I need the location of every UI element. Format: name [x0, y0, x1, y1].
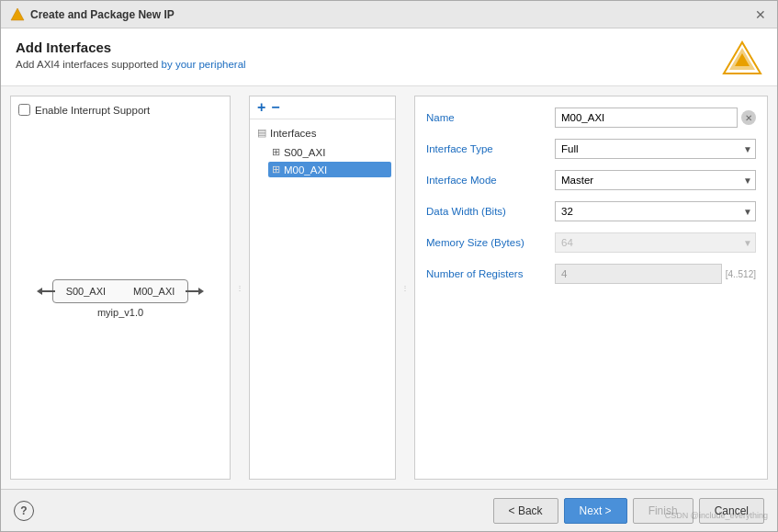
middle-toolbar: + −	[250, 96, 395, 119]
memory-size-value: 64 ▼	[555, 232, 756, 253]
right-line	[186, 290, 198, 292]
svg-marker-0	[11, 8, 24, 20]
ip-block: S00_AXI M00_AXI myip_v1.0	[52, 279, 189, 318]
port-m00-axi: M00_AXI	[133, 286, 175, 297]
description-link: by your peripheral	[162, 59, 246, 70]
title-bar: Create and Package New IP ✕	[1, 1, 777, 28]
diagram-area: S00_AXI M00_AXI myip_v1.0	[18, 125, 222, 471]
page-description: Add AXI4 interfaces supported by your pe…	[16, 59, 246, 70]
data-width-row: Data Width (Bits) 32 64 128 256 ▼	[426, 199, 756, 223]
enable-interrupt-label: Enable Interrupt Support	[35, 105, 150, 116]
tree-item-m00-axi[interactable]: ⊞ M00_AXI	[268, 162, 391, 177]
right-connector	[186, 288, 204, 295]
interface-type-row: Interface Type Full Lite ▼	[426, 137, 756, 161]
data-width-select[interactable]: 32 64 128 256	[555, 201, 756, 221]
interface-type-select-wrapper: Full Lite ▼	[555, 139, 756, 159]
left-panel: Enable Interrupt Support S00_AXI M00_AXI	[10, 96, 231, 480]
ip-block-inner: S00_AXI M00_AXI	[52, 279, 189, 303]
right-panel: Name ✕ Interface Type Full Lite	[414, 96, 768, 480]
interface-icon-1: ⊞	[272, 146, 280, 158]
vivado-logo-svg	[722, 40, 762, 75]
cancel-button[interactable]: Cancel	[699, 498, 764, 524]
folder-icon: ▤	[257, 127, 266, 139]
header-section: Add Interfaces Add AXI4 interfaces suppo…	[1, 28, 777, 86]
tree-folder-interfaces: ▤ Interfaces	[254, 125, 391, 141]
enable-interrupt-checkbox[interactable]	[18, 104, 30, 116]
footer-left: ?	[14, 501, 34, 521]
app-icon	[10, 7, 25, 22]
num-registers-range: [4..512]	[726, 269, 756, 279]
interface-type-value: Full Lite ▼	[555, 139, 756, 159]
close-button[interactable]: ✕	[753, 7, 768, 22]
data-width-value: 32 64 128 256 ▼	[555, 201, 756, 221]
dialog-title: Create and Package New IP	[30, 8, 175, 21]
tree-item-s00-axi[interactable]: ⊞ S00_AXI	[268, 144, 391, 160]
back-button[interactable]: < Back	[493, 498, 558, 524]
interface-mode-value: Master Slave ▼	[555, 170, 756, 190]
properties-grid: Name ✕ Interface Type Full Lite	[415, 96, 767, 295]
resize-handle-2[interactable]: ⋮	[401, 96, 409, 480]
finish-button[interactable]: Finish	[633, 498, 693, 524]
num-registers-row: Number of Registers [4..512]	[426, 262, 756, 286]
num-registers-value: [4..512]	[555, 264, 756, 284]
memory-size-select: 64	[555, 232, 756, 253]
title-bar-left: Create and Package New IP	[10, 7, 175, 22]
name-clear-button[interactable]: ✕	[741, 110, 756, 125]
tree-item-s00-axi-label: S00_AXI	[284, 147, 325, 158]
num-registers-label: Number of Registers	[426, 268, 555, 279]
name-value: ✕	[555, 108, 756, 128]
middle-panel: + − ▤ Interfaces ⊞ S00_AXI ⊞ M00_AXI	[249, 96, 396, 480]
footer: ? < Back Next > Finish Cancel	[1, 489, 777, 531]
interface-mode-select[interactable]: Master Slave	[555, 170, 756, 190]
help-label: ?	[20, 504, 27, 517]
interface-mode-select-wrapper: Master Slave ▼	[555, 170, 756, 190]
next-button[interactable]: Next >	[564, 498, 627, 524]
memory-size-select-wrapper: 64 ▼	[555, 232, 756, 253]
interfaces-folder-label: Interfaces	[270, 128, 317, 139]
interface-type-select[interactable]: Full Lite	[555, 139, 756, 159]
left-line	[42, 290, 55, 292]
port-s00-axi: S00_AXI	[66, 286, 106, 297]
interface-type-label: Interface Type	[426, 143, 555, 154]
tree-item-m00-axi-label: M00_AXI	[284, 164, 327, 175]
ip-name-label: myip_v1.0	[97, 307, 143, 318]
dialog: Create and Package New IP ✕ Add Interfac…	[0, 0, 778, 532]
name-input[interactable]	[555, 108, 738, 128]
resize-handle-1[interactable]: ⋮	[236, 96, 243, 480]
header-text: Add Interfaces Add AXI4 interfaces suppo…	[16, 40, 246, 70]
data-width-select-wrapper: 32 64 128 256 ▼	[555, 201, 756, 221]
description-prefix: Add AXI4 interfaces supported	[16, 59, 162, 70]
enable-interrupt-row: Enable Interrupt Support	[18, 104, 222, 116]
name-label: Name	[426, 112, 555, 123]
data-width-label: Data Width (Bits)	[426, 206, 555, 217]
help-button[interactable]: ?	[14, 501, 34, 521]
memory-size-row: Memory Size (Bytes) 64 ▼	[426, 231, 756, 255]
add-interface-button[interactable]: +	[257, 100, 265, 115]
num-registers-wrapper: [4..512]	[555, 264, 756, 284]
interface-mode-label: Interface Mode	[426, 175, 555, 186]
memory-size-label: Memory Size (Bytes)	[426, 237, 555, 248]
interfaces-tree: ▤ Interfaces ⊞ S00_AXI ⊞ M00_AXI	[250, 119, 395, 185]
right-arrow	[198, 288, 204, 295]
interface-icon-2: ⊞	[272, 164, 280, 175]
num-registers-input[interactable]	[555, 264, 722, 284]
page-heading: Add Interfaces	[16, 40, 246, 55]
vivado-logo	[716, 40, 762, 76]
name-row: Name ✕	[426, 106, 756, 130]
footer-right: < Back Next > Finish Cancel	[493, 498, 764, 524]
left-connector	[37, 288, 55, 295]
interface-mode-row: Interface Mode Master Slave ▼	[426, 168, 756, 192]
content-area: Enable Interrupt Support S00_AXI M00_AXI	[1, 86, 777, 489]
remove-interface-button[interactable]: −	[271, 100, 279, 115]
